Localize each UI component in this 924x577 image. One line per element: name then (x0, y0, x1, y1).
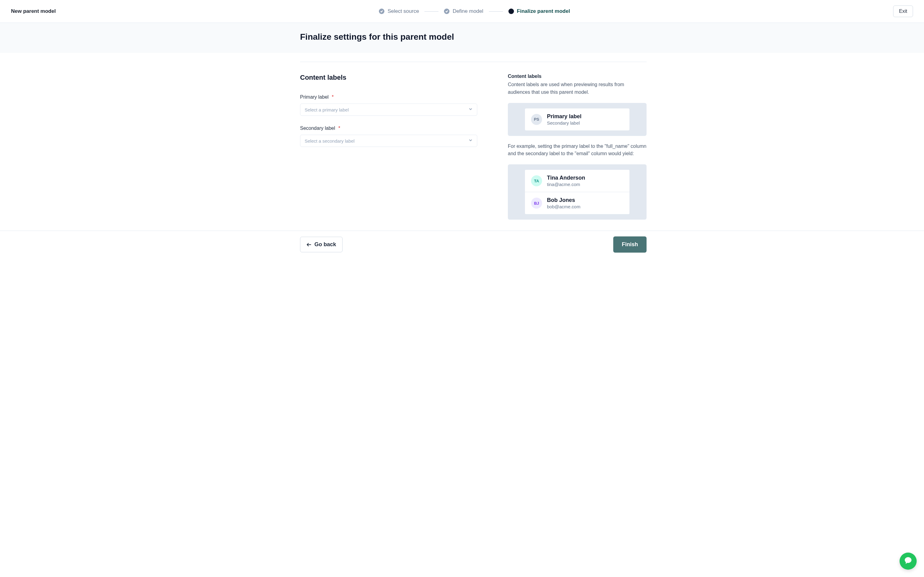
check-icon (379, 8, 384, 14)
arrow-left-icon (306, 243, 311, 247)
select-placeholder: Select a secondary label (305, 139, 355, 143)
header-bar: New parent model Select source Define mo… (0, 0, 924, 23)
title-band: Finalize settings for this parent model (0, 23, 924, 53)
secondary-label-field: Secondary label * Select a secondary lab… (300, 126, 477, 147)
form-column: Content labels Primary label * Select a … (300, 74, 477, 157)
step-finalize[interactable]: Finalize parent model (508, 8, 570, 15)
step-define-model[interactable]: Define model (444, 8, 483, 15)
preview-card: TA Tina Anderson tina@acme.com (525, 170, 629, 192)
preview-secondary-text: bob@acme.com (547, 204, 580, 209)
avatar: PS (531, 114, 542, 125)
field-label: Secondary label (300, 126, 335, 131)
header-title: New parent model (11, 8, 56, 15)
chevron-down-icon (468, 107, 473, 113)
footer: Go back Finish (0, 230, 924, 258)
dot-icon (508, 8, 514, 14)
avatar: BJ (531, 198, 542, 209)
help-title: Content labels (508, 74, 647, 79)
check-icon (444, 8, 450, 14)
section-heading: Content labels (300, 74, 477, 82)
preview-primary-text: Bob Jones (547, 197, 580, 203)
avatar: TA (531, 175, 542, 186)
help-column: Content labels Content labels are used w… (508, 74, 647, 220)
page-title: Finalize settings for this parent model (300, 32, 647, 42)
step-label: Define model (453, 8, 483, 15)
preview-card: BJ Bob Jones bob@acme.com (525, 192, 629, 214)
field-label: Primary label (300, 94, 329, 100)
primary-label-field: Primary label * Select a primary label (300, 94, 477, 116)
help-example-intro: For example, setting the primary label t… (508, 143, 647, 158)
preview-secondary-text: Secondary label (547, 120, 582, 126)
stepper: Select source Define model Finalize pare… (379, 8, 570, 15)
preview-primary-text: Primary label (547, 113, 582, 120)
main-content: Content labels Primary label * Select a … (266, 62, 658, 220)
required-marker: * (338, 126, 340, 131)
preview-secondary-text: tina@acme.com (547, 182, 585, 187)
go-back-button[interactable]: Go back (300, 237, 342, 252)
primary-label-select[interactable]: Select a primary label (300, 103, 477, 116)
secondary-label-select[interactable]: Select a secondary label (300, 135, 477, 147)
preview-example-box: TA Tina Anderson tina@acme.com BJ Bob Jo… (508, 164, 647, 220)
step-select-source[interactable]: Select source (379, 8, 419, 15)
preview-generic-box: PS Primary label Secondary label (508, 103, 647, 136)
help-description: Content labels are used when previewing … (508, 81, 647, 96)
preview-card: PS Primary label Secondary label (525, 108, 629, 131)
exit-button[interactable]: Exit (893, 5, 913, 17)
select-placeholder: Select a primary label (305, 107, 348, 113)
step-label: Select source (387, 8, 419, 15)
finish-button[interactable]: Finish (613, 237, 647, 253)
preview-primary-text: Tina Anderson (547, 175, 585, 181)
required-marker: * (332, 94, 334, 100)
back-button-label: Go back (314, 241, 336, 248)
chevron-down-icon (468, 138, 473, 143)
step-label: Finalize parent model (517, 8, 570, 15)
